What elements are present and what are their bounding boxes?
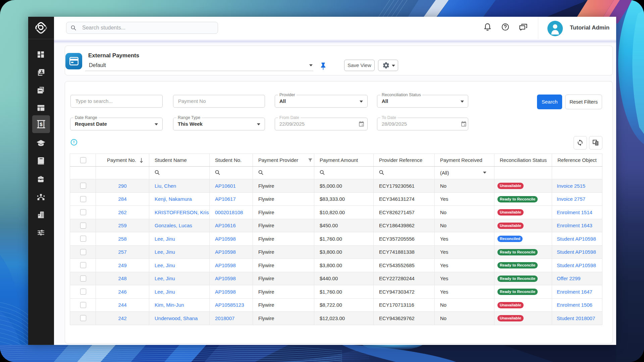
svg-text:$: $ — [40, 121, 43, 127]
